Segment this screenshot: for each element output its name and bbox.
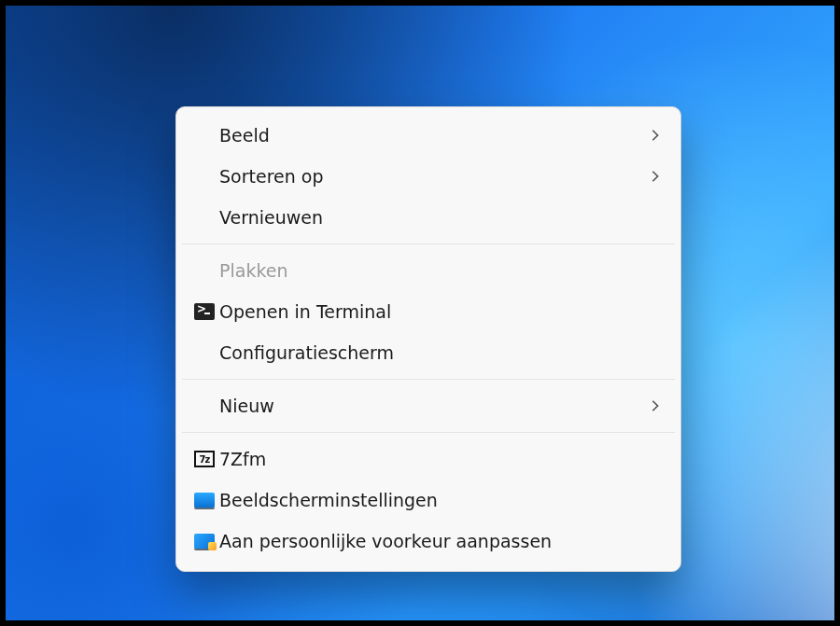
context-menu: Beeld Sorteren op Vernieuwen Plakken Ope… — [175, 106, 681, 572]
menu-item-label: Plakken — [219, 260, 662, 281]
menu-item-display-settings[interactable]: Beeldscherminstellingen — [176, 480, 680, 521]
menu-item-label: Beeldscherminstellingen — [219, 490, 662, 510]
menu-item-paste: Plakken — [176, 250, 680, 291]
menu-item-open-in-terminal[interactable]: Openen in Terminal — [176, 291, 680, 332]
menu-item-label: Sorteren op — [219, 166, 649, 187]
menu-item-label: Openen in Terminal — [219, 301, 662, 322]
desktop-wallpaper[interactable]: Beeld Sorteren op Vernieuwen Plakken Ope… — [0, 0, 840, 626]
menu-item-label: Nieuw — [219, 396, 649, 416]
menu-separator — [182, 379, 675, 380]
menu-item-new[interactable]: Nieuw — [176, 385, 680, 426]
chevron-right-icon — [649, 399, 662, 412]
menu-item-label: Beeld — [219, 125, 649, 146]
menu-separator — [182, 243, 675, 244]
chevron-right-icon — [649, 170, 662, 183]
display-icon — [189, 493, 219, 508]
menu-item-label: Configuratiescherm — [219, 342, 662, 363]
menu-item-personalize[interactable]: Aan persoonlijke voorkeur aanpassen — [176, 521, 680, 562]
menu-item-label: Vernieuwen — [219, 207, 662, 228]
menu-item-control-panel[interactable]: Configuratiescherm — [176, 332, 680, 373]
menu-item-label: 7Zfm — [219, 449, 662, 469]
menu-separator — [182, 432, 675, 433]
personalize-icon — [189, 534, 219, 549]
menu-item-7zfm[interactable]: 7z 7Zfm — [176, 438, 680, 480]
menu-item-label: Aan persoonlijke voorkeur aanpassen — [219, 531, 662, 551]
menu-item-view[interactable]: Beeld — [176, 115, 680, 156]
terminal-icon — [189, 303, 219, 320]
menu-item-sort-by[interactable]: Sorteren op — [176, 156, 680, 197]
7z-icon: 7z — [189, 451, 219, 467]
menu-item-refresh[interactable]: Vernieuwen — [176, 197, 680, 238]
chevron-right-icon — [649, 129, 662, 142]
